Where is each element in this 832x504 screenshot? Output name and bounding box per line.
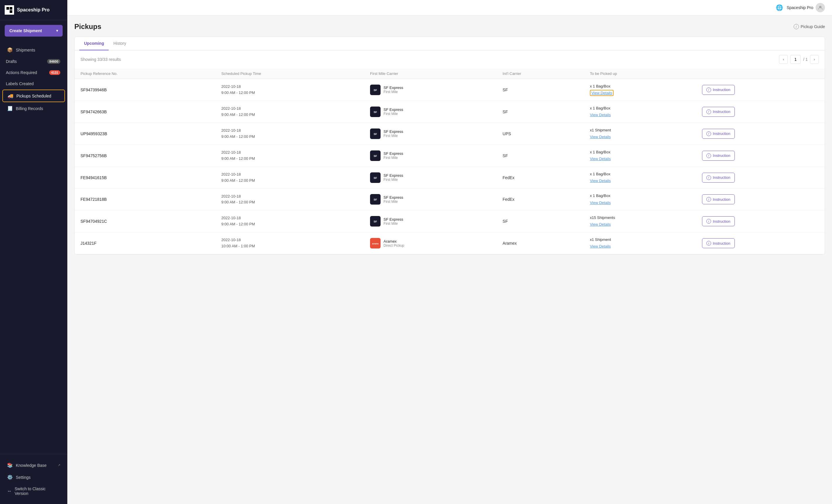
cell-ref: FE94941615B xyxy=(75,166,215,188)
pickup-qty: x 1 Bag/Box xyxy=(590,149,690,155)
cell-intl-carrier: FedEx xyxy=(497,166,584,188)
view-details-link[interactable]: View Details xyxy=(590,90,614,96)
sidebar-item-billing-records[interactable]: 🧾 Billing Records xyxy=(2,103,65,114)
cell-time: 2022-10-1810:00 AM - 1:00 PM xyxy=(215,232,364,254)
instruction-info-icon: i xyxy=(706,197,711,202)
carrier-details: SF Express First Mile xyxy=(384,217,403,226)
instruction-button[interactable]: i Instruction xyxy=(702,173,735,183)
app-name: Spaceship Pro xyxy=(17,7,50,12)
ref-number: UP94959323B xyxy=(80,131,107,136)
carrier-logo: SF xyxy=(370,216,381,227)
pickup-info: x 1 Bag/Box View Details xyxy=(590,149,690,162)
page-total: / 1 xyxy=(803,57,808,62)
next-page-button[interactable]: › xyxy=(810,55,819,64)
instruction-button[interactable]: i Instruction xyxy=(702,129,735,139)
instruction-button[interactable]: i Instruction xyxy=(702,216,735,226)
sidebar-item-shipments[interactable]: 📦 Shipments xyxy=(2,44,65,56)
table-row: SF94704921C2022-10-189:00 AM - 12:00 PM … xyxy=(75,210,825,232)
cell-instruction: i Instruction xyxy=(696,79,825,101)
intl-carrier-name: SF xyxy=(503,219,508,223)
sidebar-item-label: Billing Records xyxy=(16,106,43,111)
view-details-link[interactable]: View Details xyxy=(590,201,611,205)
view-details-link[interactable]: View Details xyxy=(590,179,611,183)
pickup-time: 2022-10-189:00 AM - 12:00 PM xyxy=(221,171,358,184)
carrier-logo: SF xyxy=(370,151,381,161)
sidebar-item-labels-created[interactable]: Labels Created xyxy=(2,78,65,89)
instruction-label: Instruction xyxy=(713,109,730,114)
sidebar-item-switch-classic[interactable]: ↔️ Switch to Classic Version xyxy=(2,483,65,499)
tab-upcoming[interactable]: Upcoming xyxy=(79,37,109,50)
ref-number: FE94941615B xyxy=(80,175,107,180)
sidebar-item-label: Drafts xyxy=(6,59,17,64)
pickup-qty: x15 Shipments xyxy=(590,215,690,221)
pickups-icon: 🚚 xyxy=(8,93,14,99)
cell-instruction: i Instruction xyxy=(696,166,825,188)
globe-icon[interactable]: 🌐 xyxy=(776,4,783,11)
cell-intl-carrier: UPS xyxy=(497,123,584,144)
sidebar: Spaceship Pro Create Shipment ▾ 📦 Shipme… xyxy=(0,0,67,504)
cell-intl-carrier: SF xyxy=(497,79,584,101)
carrier-name: SF Express xyxy=(384,129,403,134)
sidebar-item-settings[interactable]: ⚙️ Settings xyxy=(2,472,65,483)
instruction-button[interactable]: i Instruction xyxy=(702,194,735,204)
intl-carrier-name: SF xyxy=(503,153,508,158)
sidebar-item-pickups-scheduled[interactable]: 🚚 Pickups Scheduled xyxy=(2,89,65,102)
app-logo-icon xyxy=(5,5,14,15)
instruction-button[interactable]: i Instruction xyxy=(702,107,735,117)
instruction-button[interactable]: i Instruction xyxy=(702,85,735,95)
instruction-button[interactable]: i Instruction xyxy=(702,238,735,248)
instruction-info-icon: i xyxy=(706,153,711,158)
view-details-link[interactable]: View Details xyxy=(590,157,611,161)
pickups-card: Upcoming History Showing 33/33 results ‹… xyxy=(74,36,825,255)
view-details-link[interactable]: View Details xyxy=(590,135,611,139)
cell-carrier: SF SF Express First Mile xyxy=(364,210,497,232)
col-first-mile: First Mile Carrier xyxy=(364,69,497,79)
svg-rect-2 xyxy=(10,10,12,13)
view-details-link[interactable]: View Details xyxy=(590,222,611,227)
pickup-info: x15 Shipments View Details xyxy=(590,215,690,228)
sidebar-bottom: 📚 Knowledge Base ↗ ⚙️ Settings ↔️ Switch… xyxy=(0,454,67,504)
carrier-name: SF Express xyxy=(384,173,403,178)
topbar: 🌐 Spaceship Pro xyxy=(67,0,832,16)
pickup-info: x1 Shipment View Details xyxy=(590,127,690,140)
sidebar-item-actions-required[interactable]: Actions Required 4131 xyxy=(2,67,65,78)
intl-carrier-name: Aramex xyxy=(503,241,517,245)
instruction-button[interactable]: i Instruction xyxy=(702,151,735,161)
prev-page-button[interactable]: ‹ xyxy=(779,55,788,64)
sidebar-item-label: Settings xyxy=(16,475,31,480)
col-intl: Int'l Carrier xyxy=(497,69,584,79)
intl-carrier-name: SF xyxy=(503,109,508,114)
instruction-info-icon: i xyxy=(706,131,711,136)
cell-time: 2022-10-189:00 AM - 12:00 PM xyxy=(215,210,364,232)
create-shipment-button[interactable]: Create Shipment ▾ xyxy=(5,25,63,36)
instruction-label: Instruction xyxy=(713,219,730,223)
sidebar-item-drafts[interactable]: Drafts 84600 xyxy=(2,56,65,67)
pickup-guide-label: Pickup Guide xyxy=(801,24,825,29)
instruction-info-icon: i xyxy=(706,241,711,245)
tab-history[interactable]: History xyxy=(109,37,131,50)
chevron-down-icon: ▾ xyxy=(56,29,58,33)
sidebar-logo: Spaceship Pro xyxy=(0,0,67,20)
page-number-input[interactable]: 1 xyxy=(790,55,801,64)
pickup-guide-link[interactable]: i Pickup Guide xyxy=(794,24,825,29)
cell-intl-carrier: SF xyxy=(497,101,584,123)
cell-ref: SF94704921C xyxy=(75,210,215,232)
sidebar-item-label: Shipments xyxy=(16,48,35,52)
ref-number: SF94739946B xyxy=(80,87,107,92)
pickup-info: x1 Shipment View Details xyxy=(590,237,690,250)
carrier-type: First Mile xyxy=(384,200,403,204)
view-details-link[interactable]: View Details xyxy=(590,244,611,248)
pickup-qty: x 1 Bag/Box xyxy=(590,83,690,89)
svg-text:aramex: aramex xyxy=(372,242,379,245)
carrier-info: SF SF Express First Mile xyxy=(370,194,491,205)
ref-number: SF94704921C xyxy=(80,219,107,223)
instruction-label: Instruction xyxy=(713,175,730,180)
carrier-details: SF Express First Mile xyxy=(384,151,403,160)
sidebar-item-knowledge-base[interactable]: 📚 Knowledge Base ↗ xyxy=(2,459,65,471)
view-details-link[interactable]: View Details xyxy=(590,113,611,117)
cell-intl-carrier: Aramex xyxy=(497,232,584,254)
cell-instruction: i Instruction xyxy=(696,232,825,254)
ref-number: SF94752756B xyxy=(80,153,107,158)
pickup-time: 2022-10-189:00 AM - 12:00 PM xyxy=(221,84,358,96)
cell-intl-carrier: FedEx xyxy=(497,188,584,210)
